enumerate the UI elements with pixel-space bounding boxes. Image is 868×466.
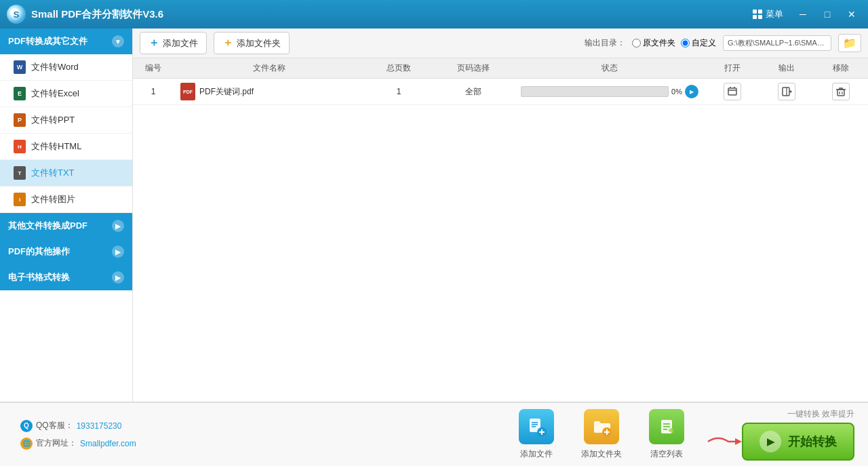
file-table: 编号 文件名称 总页数 页码选择 状态 打开 输出 移除 1 PDF PDF关键… [133,58,868,402]
sidebar-section-to-pdf[interactable]: 其他文件转换成PDF ▶ [0,213,132,239]
output-label: 输出目录： [585,37,625,49]
clear-big-icon [649,409,684,444]
close-button[interactable]: ✕ [842,5,861,24]
sidebar-item-excel[interactable]: E 文件转Excel [0,81,132,107]
chevron-down-icon: ▼ [112,35,124,47]
add-folder-big-icon [584,409,619,444]
output-icon [781,86,792,97]
clear-svg-icon [656,416,677,438]
output-file-button[interactable] [778,83,795,100]
convert-hint: 一键转换 效率提升 [787,408,854,420]
menu-button[interactable]: 菜单 [746,5,790,23]
app-logo: S [7,5,26,24]
add-file-big-icon [519,409,554,444]
titlebar: S Small PDF合并分割软件V3.6 菜单 ─ □ ✕ [0,0,868,28]
bottom-info: Q QQ客服： 1933175230 🌐 官方网址： Smallpdfer.co… [14,420,136,450]
col-page-select: 页码选择 [433,62,514,74]
cell-output[interactable] [760,83,814,100]
sidebar-section-pdf-convert[interactable]: PDF转换成其它文件 ▼ [0,28,132,54]
col-status: 状态 [514,62,705,74]
col-output: 输出 [760,62,814,74]
sidebar-item-img[interactable]: I 文件转图片 [0,187,132,213]
convert-label: 开始转换 [788,433,837,450]
sidebar-item-word[interactable]: W 文件转Word [0,54,132,81]
svg-rect-1 [783,88,789,96]
col-num: 编号 [133,62,174,74]
qq-number[interactable]: 1933175230 [77,421,122,431]
col-remove: 移除 [814,62,868,74]
svg-marker-17 [735,438,742,445]
cell-remove[interactable] [814,83,868,100]
convert-area: 一键转换 效率提升 ▶ 开始转换 [705,408,854,461]
word-icon: W [14,60,26,74]
remove-file-button[interactable] [832,83,850,100]
minimize-button[interactable]: ─ [793,5,812,24]
table-header: 编号 文件名称 总页数 页码选择 状态 打开 输出 移除 [133,58,868,79]
svg-rect-0 [728,88,736,95]
pdf-file-icon: PDF [180,83,195,100]
open-file-button[interactable] [724,83,741,100]
toolbar: ＋ 添加文件 ＋ 添加文件夹 输出目录： 原文件夹 自定义 G:\教程\SMAL… [133,28,868,58]
delete-icon [835,86,846,97]
sidebar-section-label: PDF的其他操作 [8,246,112,258]
sidebar-section-label: 电子书格式转换 [8,271,112,284]
app-title: Small PDF合并分割软件V3.6 [31,8,746,21]
col-pages: 总页数 [365,62,433,74]
chevron-right-icon: ▶ [112,220,124,232]
browse-folder-button[interactable]: 📁 [838,34,861,52]
sidebar-item-label: 文件转Excel [31,88,79,100]
progress-bar-bg [521,86,669,97]
sidebar-item-label: 文件转图片 [31,193,75,206]
radio-original-text: 原文件夹 [643,37,675,49]
radio-original-label[interactable]: 原文件夹 [632,37,675,49]
chevron-right-icon: ▶ [112,246,124,258]
output-path: G:\教程\SMALLP~1.6\SMALLP~4.6-P [723,35,831,51]
cell-pages: 1 [365,87,433,96]
add-folder-button[interactable]: ＋ 添加文件夹 [214,32,290,54]
sidebar-section-ebook[interactable]: 电子书格式转换 ▶ [0,265,132,290]
radio-original[interactable] [632,39,641,47]
bottom-clear-tool[interactable]: 清空列表 [649,409,684,460]
radio-custom-label[interactable]: 自定义 [681,37,716,49]
plus-yellow-icon: ＋ [222,36,233,50]
table-row: 1 PDF PDF关键词.pdf 1 全部 0% ▶ [133,79,868,105]
website-link[interactable]: Smallpdfer.com [80,439,136,448]
sidebar-item-html[interactable]: H 文件转HTML [0,134,132,160]
plus-blue-icon: ＋ [149,36,159,50]
sidebar-item-txt[interactable]: T 文件转TXT [0,160,132,187]
add-file-big-label: 添加文件 [520,448,553,460]
add-file-label: 添加文件 [163,37,198,50]
sidebar-item-label: 文件转PPT [31,114,75,126]
content-area: ＋ 添加文件 ＋ 添加文件夹 输出目录： 原文件夹 自定义 G:\教程\SMAL… [133,28,868,402]
arrow-icon [705,431,745,452]
cell-num: 1 [133,87,174,96]
add-file-svg-icon [526,416,547,438]
excel-icon: E [14,87,26,100]
col-open: 打开 [705,62,760,74]
html-icon: H [14,140,26,153]
img-icon: I [14,193,26,206]
ppt-icon: P [14,113,26,127]
sidebar-item-ppt[interactable]: P 文件转PPT [0,107,132,134]
progress-play-button[interactable]: ▶ [685,85,698,98]
sidebar: PDF转换成其它文件 ▼ W 文件转Word E 文件转Excel P 文件转P… [0,28,133,402]
cell-open[interactable] [705,83,760,100]
window-controls: ─ □ ✕ [793,5,861,24]
web-label: 官方网址： [36,438,77,449]
bottom-add-folder-tool[interactable]: 添加文件夹 [581,409,622,460]
clear-big-label: 清空列表 [650,448,683,460]
sidebar-section-label: 其他文件转换成PDF [8,220,112,232]
filename-text: PDF关键词.pdf [199,86,254,98]
chevron-right-icon: ▶ [112,271,124,284]
radio-custom[interactable] [681,39,690,47]
play-icon: ▶ [760,431,781,452]
menu-label: 菜单 [766,8,783,20]
maximize-button[interactable]: □ [818,5,837,24]
start-convert-button[interactable]: ▶ 开始转换 [742,423,854,461]
web-icon: 🌐 [20,438,33,450]
bottom-bar: Q QQ客服： 1933175230 🌐 官方网址： Smallpdfer.co… [0,402,868,466]
add-file-button[interactable]: ＋ 添加文件 [140,32,207,54]
progress-container: 0% ▶ [521,85,698,98]
bottom-add-file-tool[interactable]: 添加文件 [519,409,554,460]
sidebar-section-pdf-ops[interactable]: PDF的其他操作 ▶ [0,239,132,265]
